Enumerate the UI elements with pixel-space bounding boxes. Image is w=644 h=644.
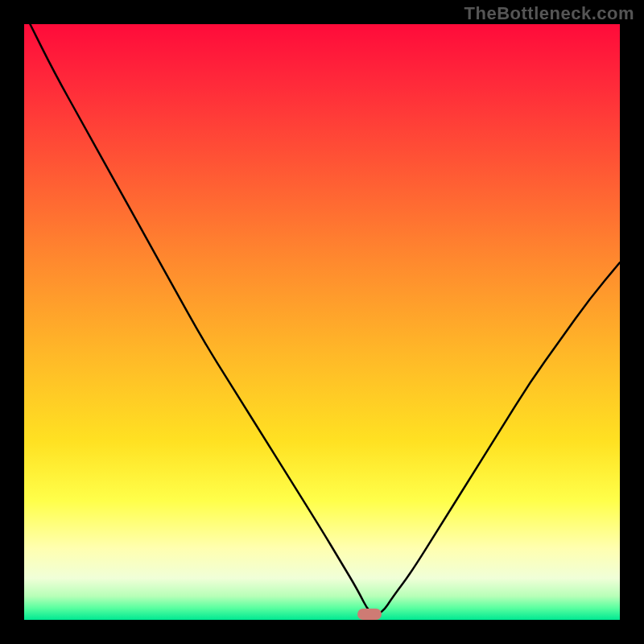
optimal-marker	[357, 609, 382, 620]
bottleneck-curve	[24, 24, 620, 620]
curve-path	[30, 24, 620, 614]
attribution-text: TheBottleneck.com	[464, 3, 634, 24]
chart-frame: TheBottleneck.com	[0, 0, 644, 644]
plot-area	[24, 24, 620, 620]
